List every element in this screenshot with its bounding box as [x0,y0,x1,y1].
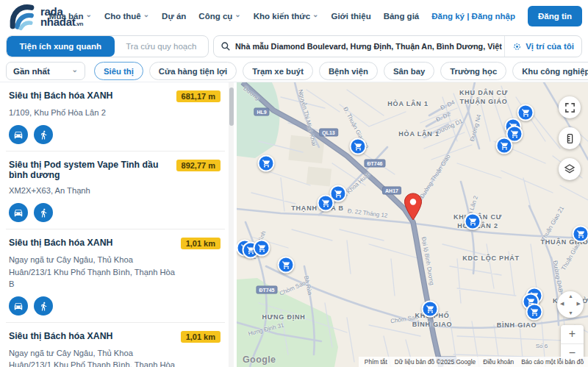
road-badge: AH17 [382,187,401,195]
supermarket-marker[interactable] [465,213,481,230]
cart-icon [530,307,539,316]
destination-pin[interactable] [404,193,423,221]
nav-item-label: Cho thuê [104,12,141,21]
attribution-link[interactable]: Dữ liệu bản đồ ©2025 Google [395,358,476,366]
list-item[interactable]: Siêu thị Bách hóa XANH 681,17 m 1/109, K… [6,82,225,152]
route-by-car-button[interactable] [9,125,28,144]
chevron-down-icon: ⌄ [86,13,92,16]
ruler-button[interactable] [559,127,581,149]
route-by-car-button[interactable] [9,203,28,222]
attribution-link[interactable]: Điều khoản [483,358,514,366]
chevron-down-icon: ⌄ [234,13,240,16]
nav-item-label: Bảng giá [384,12,420,21]
cart-icon [321,199,330,207]
main-nav: Mua bán⌄Cho thuê⌄Dự ánCông cụ⌄Kho kiến t… [49,0,582,32]
supermarket-marker[interactable] [254,240,270,257]
my-location-button[interactable]: Vị trí của tôi [504,36,581,57]
filter-chip-1[interactable]: Siêu thị [94,62,143,80]
cart-icon [262,159,270,168]
tab-planning-lookup[interactable]: Tra cứu quy hoạch [115,42,208,51]
tab-nearby-amenities[interactable]: Tiện ích xung quanh [7,36,115,57]
supermarket-marker[interactable] [517,104,534,121]
cart-icon [282,260,290,269]
street-label: Số 6 [536,343,548,349]
supermarket-marker[interactable] [350,138,367,155]
nav-item-4[interactable]: Công cụ⌄ [198,12,240,21]
gps-crosshair-icon [512,42,522,51]
cart-icon [500,141,509,150]
attribution-link[interactable]: Phím tắt [365,358,387,366]
supermarket-marker[interactable] [573,226,588,243]
place-title[interactable]: Siêu thị Bách hóa XANH [9,90,112,101]
nav-item-7[interactable]: Bảng giá [384,12,420,21]
filter-chip-5[interactable]: Sân bay [384,62,434,80]
pan-left-icon[interactable]: ◀ [560,301,564,307]
route-by-walk-button[interactable] [34,203,53,222]
layers-button[interactable] [559,158,581,180]
supermarket-marker[interactable] [526,304,543,321]
sort-dropdown[interactable]: Gần nhất ⌄ [6,62,85,80]
cart-icon [468,217,477,226]
place-title[interactable]: Siêu thị Pod system Vape Tinh dầu bình d… [9,160,171,180]
nav-item-3[interactable]: Dự án [162,12,186,21]
cart-icon [257,243,266,252]
pan-up-icon[interactable]: ▲ [568,293,573,299]
list-item[interactable]: Siêu thị Bách hóa XANH 1,01 km Ngay ngã … [6,323,225,367]
list-item[interactable]: Siêu thị Pod system Vape Tinh dầu bình d… [6,152,225,229]
google-logo[interactable]: Google [243,354,276,365]
map-canvas[interactable]: DươngNguyễn Thị Minh KhaiĐ. Thuận Giao 3… [237,82,588,367]
filter-row: Gần nhất ⌄ Siêu thịCửa hàng tiện lợiTrạm… [0,62,588,82]
supermarket-marker[interactable] [422,301,439,318]
filter-chip-2[interactable]: Cửa hàng tiện lợi [149,62,237,80]
place-title[interactable]: Siêu thị Bách hóa XANH [9,238,112,248]
search-box[interactable]: Nhà mẫu Diamond Boulevard, Hưng Định, Th… [213,35,582,57]
distance-badge: 681,17 m [176,90,220,102]
supermarket-marker[interactable] [258,155,275,172]
fullscreen-button[interactable] [559,96,581,118]
nav-item-2[interactable]: Cho thuê⌄ [104,12,149,21]
walk-icon [39,208,49,218]
nav-item-6[interactable]: Giới thiệu [331,12,370,21]
chevron-down-icon: ⌄ [72,65,78,74]
scrollbar-thumb[interactable] [229,88,234,126]
distance-badge: 892,77 m [176,160,220,171]
walk-icon [39,302,49,311]
attribution-link[interactable]: Báo cáo một lỗi bản đồ [521,358,584,366]
supermarket-marker[interactable] [496,138,513,154]
list-item[interactable]: Siêu thị Bách hóa XANH 1,01 km Ngay ngã … [6,229,225,323]
place-title[interactable]: Siêu thị Bách hóa XANH [9,331,112,341]
supermarket-marker[interactable] [278,257,295,274]
search-input[interactable]: Nhà mẫu Diamond Boulevard, Hưng Định, Th… [231,42,504,51]
area-label: HÒA LÂN 1 [398,130,439,139]
my-location-label: Vị trí của tôi [526,42,574,51]
route-by-car-button[interactable] [9,296,28,316]
zoom-in-button[interactable]: + [561,325,584,344]
nav-item-1[interactable]: Mua bán⌄ [49,12,92,21]
radanhadat-logo-icon [7,2,37,32]
place-address: Ngay ngã tư Cây Ngâu, Thủ Khoa Huân/213/… [9,347,220,367]
pan-right-icon[interactable]: ▶ [577,301,581,307]
route-by-walk-button[interactable] [34,125,53,144]
place-address: Ngay ngã tư Cây Ngâu, Thủ Khoa Huân/213/… [9,254,220,290]
filter-chip-6[interactable]: Trường học [440,62,506,80]
place-address: 1/109, Khu Phố Hòa Lân 2 [9,107,220,118]
nav-item-label: Mua bán [49,12,84,21]
filter-chip-3[interactable]: Trạm xe buýt [243,62,313,80]
auth-link[interactable]: Đăng ký | Đăng nhập [431,12,515,21]
ruler-icon [564,133,576,144]
route-by-walk-button[interactable] [34,296,53,316]
scrollbar-track[interactable] [229,82,234,367]
filter-chip-4[interactable]: Bệnh viện [319,62,378,80]
nav-item-label: Giới thiệu [331,12,370,21]
filter-chip-7[interactable]: Khu công nghiệp [512,62,588,80]
pan-down-icon[interactable]: ▼ [568,310,573,316]
cart-icon [426,304,434,313]
results-panel: Siêu thị Bách hóa XANH 681,17 m 1/109, K… [6,82,234,367]
nav-item-5[interactable]: Kho kiến thức⌄ [254,12,319,21]
mode-toggle: Tiện ích xung quanh Tra cứu quy hoạch [6,35,209,57]
nav-item-label: Kho kiến thức [254,12,310,21]
pan-control[interactable]: ▲ ▼ ◀ ▶ [557,291,584,318]
post-listing-button[interactable]: Đăng tin [528,6,582,26]
supermarket-marker[interactable] [318,195,334,212]
cart-icon [334,189,343,198]
